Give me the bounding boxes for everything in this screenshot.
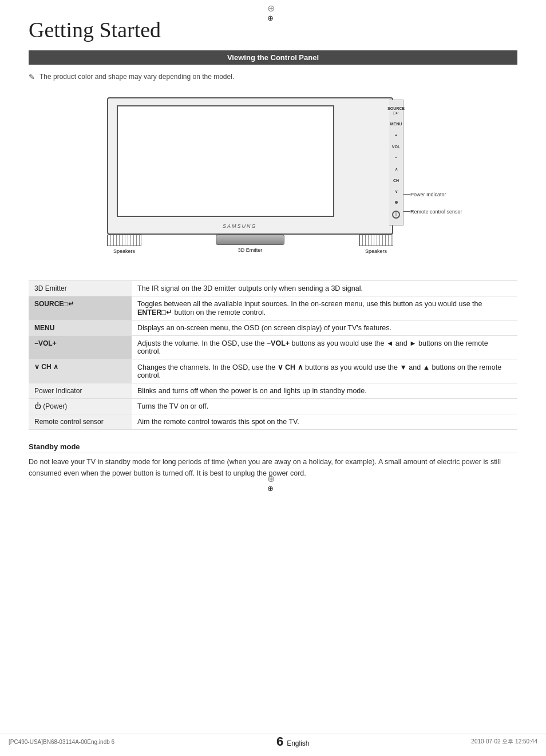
emitter-area: 3D Emitter: [216, 235, 284, 253]
tv-screen: [117, 105, 334, 217]
table-cell-desc-6: Turns the TV on or off.: [132, 399, 517, 414]
speaker-grille-right: [359, 235, 393, 246]
footer-right: 2010-07-02 오후 12:50:44: [471, 738, 537, 746]
speaker-right: Speakers: [359, 235, 393, 254]
crosshair-top-decoration: ⊕: [267, 3, 279, 14]
tv-body: SAMSUNG: [107, 97, 393, 235]
table-cell-label-7: Remote control sensor: [29, 414, 132, 430]
power-btn-panel: [392, 211, 400, 219]
emitter-label: 3D Emitter: [238, 247, 263, 253]
ch-up-btn-panel: ∧: [395, 167, 398, 172]
remote-sensor-line: [403, 211, 410, 212]
table-cell-label-1: SOURCE□↵: [29, 296, 132, 320]
bottom-center: 3D Emitter: [216, 235, 284, 253]
table-cell-label-5: Power Indicator: [29, 383, 132, 399]
speaker-right-label: Speakers: [365, 248, 387, 254]
table-row-6: ⏻ (Power) Turns the TV on or off.: [29, 399, 517, 414]
tv-right-panel: SOURCE□↵ MENU + VOL − ∧ CH ∨: [389, 100, 403, 225]
speaker-grille-left: [107, 235, 141, 246]
power-indicator-line: [403, 194, 410, 195]
remote-sensor-label: Remote control sensor: [410, 209, 473, 215]
crosshair-bottom-decoration: ⊕: [267, 473, 279, 485]
table-cell-label-0: 3D Emitter: [29, 281, 132, 296]
table-cell-desc-0: The IR signal on the 3D emitter outputs …: [132, 281, 517, 296]
table-cell-label-3: −VOL+: [29, 336, 132, 359]
table-cell-label-4: ∨ CH ∧: [29, 359, 132, 383]
table-row-4: ∨ CH ∧ Changes the channels. In the OSD,…: [29, 359, 517, 383]
vol-minus-btn-panel: −: [395, 156, 397, 160]
info-table: 3D Emitter The IR signal on the 3D emitt…: [29, 280, 517, 430]
vol-label-panel: VOL: [392, 145, 400, 149]
table-cell-desc-5: Blinks and turns off when the power is o…: [132, 383, 517, 399]
tv-bottom: Speakers 3D Emitter Speakers: [107, 235, 393, 254]
note-text: ✎ The product color and shape may vary d…: [29, 73, 517, 81]
page-footer: [PC490-USA]BN68-03114A-00Eng.indb 6 6 En…: [0, 734, 546, 749]
menu-btn-panel: MENU: [390, 122, 402, 126]
table-row-3: −VOL+ Adjusts the volume. In the OSD, us…: [29, 336, 517, 359]
speaker-left: Speakers: [107, 235, 141, 254]
footer-center: 6 English: [276, 734, 310, 749]
samsung-brand: SAMSUNG: [223, 223, 257, 229]
table-row-1: SOURCE□↵ Toggles between all the availab…: [29, 296, 517, 320]
diagram-area: SAMSUNG SOURCE□↵ MENU + VOL − ∧ CH ∨ Pow…: [29, 92, 517, 269]
power-indicator-label: Power Indicator: [410, 192, 473, 197]
standby-title: Standby mode: [29, 442, 517, 453]
section-header: Viewing the Control Panel: [29, 50, 517, 65]
table-cell-label-2: MENU: [29, 320, 132, 336]
page-number: 6: [276, 734, 283, 749]
emitter-shape: [216, 235, 284, 245]
footer-left: [PC490-USA]BN68-03114A-00Eng.indb 6: [9, 739, 114, 745]
table-row-7: Remote control sensor Aim the remote con…: [29, 414, 517, 430]
speaker-left-label: Speakers: [113, 248, 135, 254]
source-btn-panel: SOURCE□↵: [387, 106, 405, 115]
table-row-2: MENU Displays an on-screen menu, the OSD…: [29, 320, 517, 336]
table-cell-desc-1: Toggles between all the available input …: [132, 296, 517, 320]
table-cell-desc-7: Aim the remote control towards this spot…: [132, 414, 517, 430]
table-cell-desc-2: Displays an on-screen menu, the OSD (on …: [132, 320, 517, 336]
table-cell-desc-4: Changes the channels. In the OSD, use th…: [132, 359, 517, 383]
diagram-container: SAMSUNG SOURCE□↵ MENU + VOL − ∧ CH ∨ Pow…: [73, 92, 473, 269]
vol-plus-btn-panel: +: [395, 133, 397, 138]
note-icon: ✎: [29, 73, 35, 81]
ch-down-btn-panel: ∨: [395, 189, 398, 194]
page-wrapper: ⊕ Getting Started Viewing the Control Pa…: [0, 0, 546, 502]
ch-label-panel: CH: [393, 179, 399, 183]
table-cell-desc-3: Adjusts the volume. In the OSD, use the …: [132, 336, 517, 359]
page-language: English: [287, 739, 309, 747]
power-indicator-dot: [395, 201, 398, 204]
table-row-0: 3D Emitter The IR signal on the 3D emitt…: [29, 281, 517, 296]
table-row-5: Power Indicator Blinks and turns off whe…: [29, 383, 517, 399]
table-cell-label-6: ⏻ (Power): [29, 399, 132, 414]
